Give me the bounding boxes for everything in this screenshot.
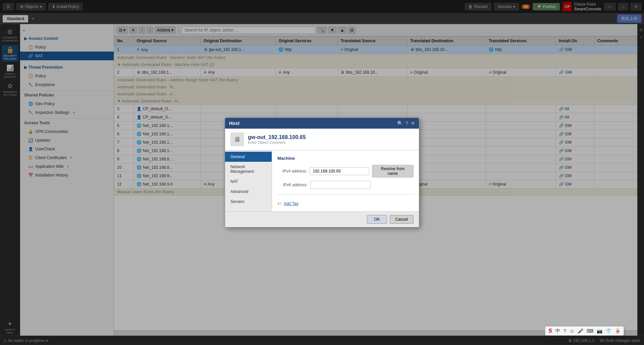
host-dialog-title: Host bbox=[229, 121, 239, 126]
modal-object-comment: Enter Object Comment bbox=[248, 140, 306, 144]
resolve-from-name-btn[interactable]: Resolve from name bbox=[372, 165, 414, 178]
ipv4-row: IPv4 address: Resolve from name bbox=[277, 165, 414, 178]
modal-search-icon[interactable]: 🔍 bbox=[397, 121, 403, 126]
modal-object-icon: 🖥 bbox=[230, 133, 244, 146]
modal-cancel-btn[interactable]: Cancel bbox=[390, 215, 414, 224]
ime-tile[interactable]: 🀄 bbox=[614, 328, 622, 334]
modal-close-icon[interactable]: ✕ bbox=[411, 121, 415, 126]
modal-nav: General Network Management NAT Advanced … bbox=[225, 150, 272, 211]
add-tag-link[interactable]: Add Tag bbox=[284, 201, 299, 206]
modal-title-area: 🖥 gw-out_192.168.100.65 Enter Object Com… bbox=[225, 129, 419, 150]
modal-nav-servers[interactable]: Servers bbox=[225, 197, 272, 207]
modal-section-machine: Machine bbox=[277, 156, 414, 161]
modal-nav-advanced[interactable]: Advanced bbox=[225, 187, 272, 197]
ime-chinese[interactable]: 中 bbox=[554, 327, 561, 335]
modal-help-icon[interactable]: ? bbox=[406, 121, 408, 126]
ipv4-input[interactable] bbox=[310, 167, 369, 175]
modal-header: Host 🔍 ? ✕ bbox=[225, 118, 419, 129]
ime-keyboard[interactable]: ⌨ bbox=[586, 328, 594, 334]
ime-camera[interactable]: 📷 bbox=[596, 328, 603, 334]
modal-nav-general[interactable]: General bbox=[225, 152, 272, 162]
tag-section bbox=[277, 194, 414, 199]
modal-ok-btn[interactable]: OK bbox=[367, 215, 387, 224]
modal-nav-network[interactable]: Network Management bbox=[225, 162, 272, 177]
host-dialog: Host 🔍 ? ✕ 🖥 gw-out_192.168.100.65 Enter… bbox=[225, 118, 419, 227]
ime-shirt[interactable]: 👕 bbox=[605, 328, 612, 334]
modal-object-name: gw-out_192.168.100.65 bbox=[248, 134, 306, 140]
ipv4-label: IPv4 address: bbox=[277, 169, 307, 174]
ime-punct[interactable]: ? bbox=[562, 328, 567, 334]
ipv6-row: IPv6 address: bbox=[277, 181, 414, 189]
ime-emoji[interactable]: ☺ bbox=[569, 328, 575, 334]
modal-nav-nat[interactable]: NAT bbox=[225, 177, 272, 187]
ime-mic[interactable]: 🎤 bbox=[577, 328, 584, 334]
modal-content: Machine IPv4 address: Resolve from name … bbox=[272, 150, 419, 211]
ime-toolbar: S 中 ? ☺ 🎤 ⌨ 📷 👕 🀄 bbox=[545, 326, 624, 336]
resolve-label: Resolve from name bbox=[381, 166, 405, 176]
modal-body: General Network Management NAT Advanced … bbox=[225, 150, 419, 211]
tag-icon: 🏷 bbox=[277, 201, 281, 206]
ipv6-input[interactable] bbox=[310, 181, 371, 189]
modal-overlay: Host 🔍 ? ✕ 🖥 gw-out_192.168.100.65 Enter… bbox=[0, 0, 644, 345]
modal-footer: OK Cancel bbox=[225, 211, 419, 227]
ipv6-label: IPv6 address: bbox=[277, 183, 308, 187]
add-tag-area: 🏷 Add Tag bbox=[277, 201, 414, 206]
ime-logo: S bbox=[547, 327, 553, 335]
